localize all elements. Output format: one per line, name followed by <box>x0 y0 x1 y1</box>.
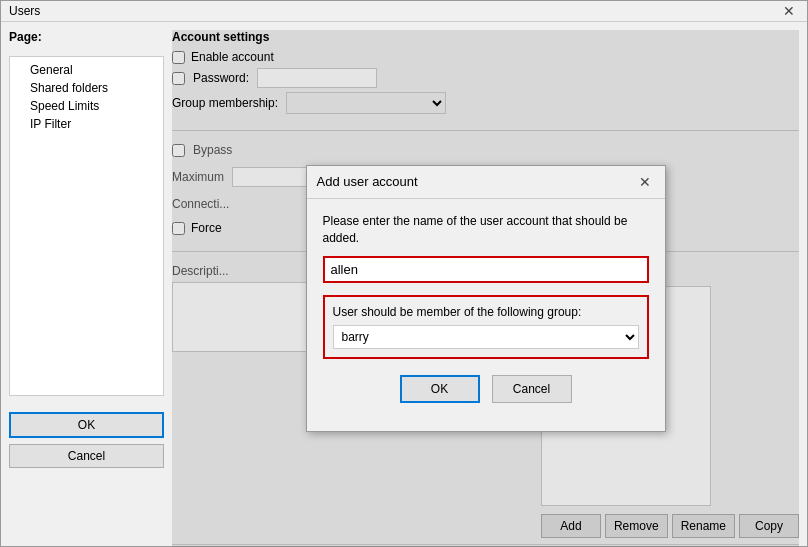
modal-body: Please enter the name of the user accoun… <box>307 199 665 432</box>
title-bar: Users ✕ <box>1 1 807 22</box>
modal-title-bar: Add user account ✕ <box>307 166 665 199</box>
window-title: Users <box>9 4 40 18</box>
modal-description: Please enter the name of the user accoun… <box>323 213 649 247</box>
modal-group-select[interactable]: barry <box>333 325 639 349</box>
left-bottom-buttons: OK Cancel <box>9 404 164 468</box>
modal-group-label: User should be member of the following g… <box>333 305 639 319</box>
ok-button[interactable]: OK <box>9 412 164 438</box>
sidebar-item-general[interactable]: General <box>14 61 159 79</box>
main-content: Page: General Shared folders Speed Limit… <box>1 22 807 547</box>
modal-ok-button[interactable]: OK <box>400 375 480 403</box>
nav-list: General Shared folders Speed Limits IP F… <box>9 56 164 396</box>
add-user-modal: Add user account ✕ Please enter the name… <box>306 165 666 433</box>
left-panel: Page: General Shared folders Speed Limit… <box>9 30 164 547</box>
page-label: Page: <box>9 30 164 44</box>
modal-cancel-button[interactable]: Cancel <box>492 375 572 403</box>
modal-close-button[interactable]: ✕ <box>635 172 655 192</box>
right-panel: Account settings Enable account Password… <box>172 30 799 547</box>
modal-footer: OK Cancel <box>323 375 649 417</box>
modal-username-input[interactable] <box>323 256 649 283</box>
sidebar-item-ip-filter[interactable]: IP Filter <box>14 115 159 133</box>
main-window: Users ✕ Page: General Shared folders Spe… <box>0 0 808 547</box>
sidebar-item-speed-limits[interactable]: Speed Limits <box>14 97 159 115</box>
window-close-button[interactable]: ✕ <box>779 1 799 21</box>
modal-title: Add user account <box>317 174 418 189</box>
modal-group-select-row: barry <box>333 325 639 349</box>
sidebar-item-shared-folders[interactable]: Shared folders <box>14 79 159 97</box>
modal-group-section: User should be member of the following g… <box>323 295 649 359</box>
modal-overlay: Add user account ✕ Please enter the name… <box>172 30 799 547</box>
cancel-button[interactable]: Cancel <box>9 444 164 468</box>
